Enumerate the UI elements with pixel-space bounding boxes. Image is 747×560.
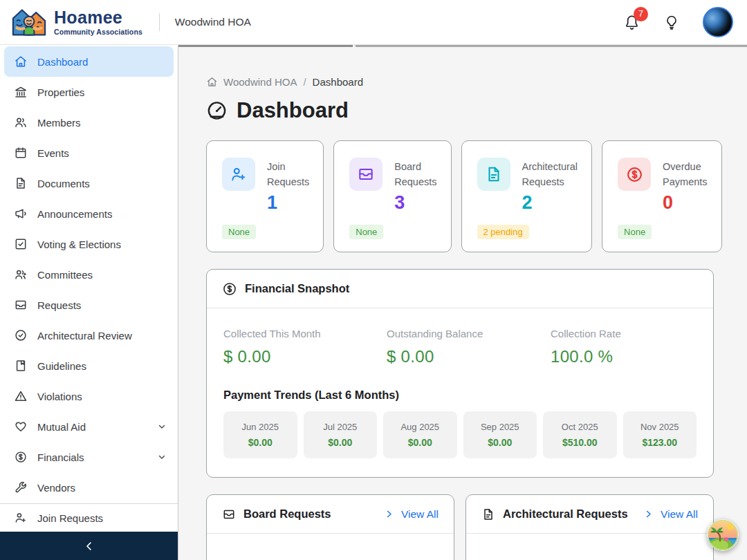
warning-triangle-icon bbox=[14, 389, 28, 403]
brand-logo[interactable]: Hoamee Community Associations bbox=[10, 6, 142, 39]
users-icon bbox=[14, 268, 28, 281]
sidebar-item-violations[interactable]: Violations bbox=[4, 381, 174, 411]
book-icon bbox=[14, 359, 28, 373]
sidebar-item-mutual-aid[interactable]: Mutual Aid bbox=[4, 411, 174, 442]
tips-button[interactable] bbox=[663, 14, 680, 31]
check-square-icon bbox=[14, 237, 28, 251]
horizontal-scrollbar[interactable] bbox=[178, 45, 747, 47]
architectural-requests-title: Architectural Requests bbox=[503, 507, 628, 521]
page-title-text: Dashboard bbox=[237, 98, 349, 123]
wrench-icon bbox=[14, 480, 28, 494]
sidebar-item-events[interactable]: Events bbox=[4, 138, 174, 168]
sidebar-item-label: Properties bbox=[37, 86, 84, 98]
trend-amount: $0.00 bbox=[408, 437, 432, 448]
stat-card-label: Board Requests bbox=[394, 158, 436, 190]
trend-amount: $0.00 bbox=[328, 437, 352, 448]
app-body: Dashboard Properties Members bbox=[0, 45, 747, 560]
vacation-mode-fab[interactable] bbox=[707, 519, 739, 551]
breadcrumb-home-link[interactable]: Woodwind HOA bbox=[206, 76, 297, 88]
sidebar-item-documents[interactable]: Documents bbox=[4, 168, 174, 198]
financial-metrics: Collected This Month $ 0.00 Outstanding … bbox=[207, 308, 713, 366]
trend-month: Jun 2025 bbox=[242, 422, 279, 432]
sidebar-item-architectural-review[interactable]: Architectural Review bbox=[4, 320, 174, 351]
trend-tile: Jul 2025 $0.00 bbox=[304, 411, 378, 458]
stat-card-join-requests: Join Requests 1 None bbox=[206, 140, 324, 252]
sidebar-collapse-button[interactable] bbox=[0, 532, 178, 560]
sidebar-item-requests[interactable]: Requests bbox=[4, 290, 174, 320]
document-icon bbox=[14, 176, 28, 190]
sidebar-item-label: Join Requests bbox=[37, 512, 103, 524]
sidebar-item-label: Documents bbox=[37, 178, 90, 189]
calendar-icon bbox=[14, 146, 28, 160]
notifications-button[interactable]: 7 bbox=[623, 14, 640, 31]
status-badge: None bbox=[349, 225, 383, 239]
sidebar-item-label: Dashboard bbox=[37, 56, 88, 68]
trend-month: Nov 2025 bbox=[640, 422, 679, 432]
inbox-icon bbox=[14, 298, 28, 312]
stat-card-text: Architectural Requests 2 bbox=[522, 158, 578, 214]
metric-value: $ 0.00 bbox=[223, 347, 387, 366]
inbox-icon bbox=[349, 158, 382, 191]
trend-month: Jul 2025 bbox=[323, 422, 357, 432]
stat-card-value: 3 bbox=[394, 192, 436, 214]
payment-trends-title: Payment Trends (Last 6 Months) bbox=[207, 389, 713, 402]
sidebar-item-properties[interactable]: Properties bbox=[4, 77, 174, 107]
document-icon bbox=[477, 158, 510, 191]
sidebar-item-guidelines[interactable]: Guidelines bbox=[4, 351, 174, 381]
chevron-right-icon bbox=[643, 509, 654, 519]
sidebar-item-label: Guidelines bbox=[37, 360, 86, 372]
breadcrumb-current: Dashboard bbox=[313, 76, 363, 88]
stat-card-top: Join Requests 1 bbox=[222, 158, 309, 214]
sidebar-item-members[interactable]: Members bbox=[4, 107, 174, 138]
brand-name: Hoamee bbox=[54, 9, 142, 26]
trend-amount: $123.00 bbox=[642, 437, 677, 448]
sidebar-item-label: Requests bbox=[37, 299, 81, 311]
stat-card-overdue-payments: Overdue Payments 0 None bbox=[602, 140, 721, 252]
bottom-panels-row: Board Requests View All bbox=[206, 478, 714, 560]
financial-snapshot-title: Financial Snapshot bbox=[245, 282, 349, 295]
sidebar-item-voting-elections[interactable]: Voting & Elections bbox=[4, 229, 174, 259]
board-requests-view-all-link[interactable]: View All bbox=[384, 508, 439, 521]
chevron-right-icon bbox=[384, 509, 394, 519]
top-header: Hoamee Community Associations Woodwind H… bbox=[0, 0, 747, 45]
stat-card-value: 2 bbox=[522, 192, 578, 214]
dollar-circle-icon bbox=[14, 450, 28, 464]
payment-trends-row: Jun 2025 $0.00 Jul 2025 $0.00 Aug 2025 $… bbox=[207, 402, 713, 477]
sidebar-item-join-requests[interactable]: Join Requests bbox=[4, 504, 174, 532]
breadcrumb-home-label: Woodwind HOA bbox=[223, 76, 297, 88]
breadcrumb: Woodwind HOA / Dashboard bbox=[206, 76, 714, 88]
main-content: Woodwind HOA / Dashboard Dashboard bbox=[178, 45, 747, 560]
architectural-requests-view-all-link[interactable]: View All bbox=[643, 508, 698, 521]
sidebar-item-vendors[interactable]: Vendors bbox=[4, 472, 174, 503]
trend-tile: Jun 2025 $0.00 bbox=[223, 411, 297, 458]
sidebar-item-announcements[interactable]: Announcements bbox=[4, 198, 174, 229]
sidebar-item-label: Vendors bbox=[37, 482, 75, 494]
financial-snapshot-panel: Financial Snapshot Collected This Month … bbox=[206, 269, 714, 478]
status-badge: 2 pending bbox=[477, 225, 529, 239]
trend-tile: Nov 2025 $123.00 bbox=[623, 411, 697, 458]
badge-check-icon bbox=[14, 328, 28, 342]
stat-card-top: Board Requests 3 bbox=[349, 158, 436, 214]
chevron-left-icon bbox=[83, 540, 95, 552]
chevron-down-icon bbox=[157, 422, 167, 431]
metric-outstanding: Outstanding Balance $ 0.00 bbox=[387, 328, 551, 366]
stat-cards-row: Join Requests 1 None Board Requests 3 bbox=[206, 140, 714, 252]
sidebar-item-label: Architectural Review bbox=[37, 330, 132, 342]
home-icon bbox=[206, 76, 218, 88]
status-badge: None bbox=[618, 225, 652, 239]
user-plus-icon bbox=[222, 158, 255, 191]
board-requests-panel: Board Requests View All bbox=[206, 494, 454, 560]
board-requests-title: Board Requests bbox=[243, 507, 331, 521]
user-avatar[interactable] bbox=[703, 7, 733, 37]
sidebar-item-financials[interactable]: Financials bbox=[4, 442, 174, 472]
inbox-icon bbox=[222, 507, 236, 521]
stat-card-text: Board Requests 3 bbox=[394, 158, 436, 214]
board-requests-header: Board Requests View All bbox=[207, 495, 454, 534]
metric-collection-rate: Collection Rate 100.0 % bbox=[551, 328, 697, 366]
sidebar-item-dashboard[interactable]: Dashboard bbox=[4, 46, 174, 77]
dollar-circle-icon bbox=[618, 158, 651, 191]
sidebar-item-committees[interactable]: Committees bbox=[4, 259, 174, 290]
home-icon bbox=[14, 55, 28, 68]
trend-tile: Sep 2025 $0.00 bbox=[463, 411, 537, 458]
heart-icon bbox=[14, 420, 28, 433]
